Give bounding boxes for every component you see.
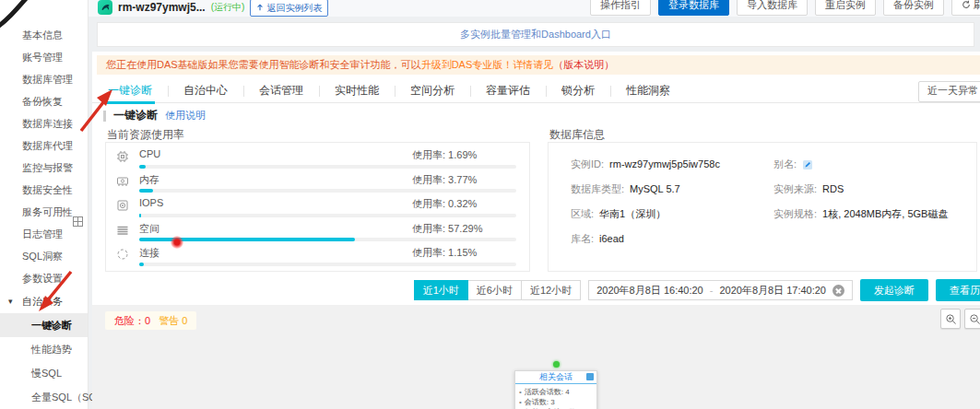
field-label: 数据库类型: <box>571 177 624 202</box>
sidebar-item-data-security[interactable]: 数据安全性 <box>0 179 88 201</box>
sidebar-item-one-click-diagnosis[interactable]: 一键诊断 <box>0 313 88 337</box>
diagnosis-result-panel: 危险：0 警告 0 相关会话 活跃会话数: 4 会话数: 3 每秒写入流量数: … <box>92 305 980 409</box>
tab-session-management[interactable]: 会话管理 <box>243 80 319 102</box>
range-1h-button[interactable]: 近1小时 <box>414 280 468 300</box>
end-time-value: 2020年8月8日 17:40:20 <box>719 284 826 298</box>
resource-label: 内存 <box>139 173 159 187</box>
zoom-out-button[interactable] <box>964 309 980 329</box>
tab-capacity-evaluation[interactable]: 容量评估 <box>470 80 546 102</box>
connections-progress-bar <box>139 263 516 266</box>
instance-status-running: (运行中) <box>211 1 245 14</box>
sidebar-item-parameter-settings[interactable]: 参数设置 <box>0 267 88 289</box>
instance-spec-field: 实例规格: 1核, 2048MB内存, 5GB磁盘 <box>773 202 976 227</box>
sidebar-item-database-management[interactable]: 数据库管理 <box>0 68 88 90</box>
db-name-value: i6ead <box>599 227 624 251</box>
memory-progress-bar <box>139 189 516 193</box>
range-12h-button[interactable]: 近12小时 <box>521 280 581 300</box>
sidebar-collapse-icon[interactable] <box>73 216 83 227</box>
multi-instance-dashboard-link[interactable]: 多实例批量管理和Dashboard入口 <box>460 28 611 41</box>
resource-row-cpu: CPU 使用率: 1.69% <box>115 146 520 171</box>
resource-row-memory: 内存 使用率: 3.77% <box>115 171 520 196</box>
tab-performance-insight[interactable]: 性能洞察 <box>610 80 686 102</box>
instance-id-value: rm-wz97ymwj5p5iw758c <box>609 152 720 177</box>
tab-autonomy-center[interactable]: 自治中心 <box>168 80 243 102</box>
sidebar-item-backup-restore[interactable]: 备份恢复 <box>0 90 88 112</box>
resource-usage-title: 当前资源使用率 <box>107 127 184 143</box>
iops-progress-fill <box>139 214 141 217</box>
view-history-button[interactable]: 查看历史 <box>936 279 980 301</box>
refresh-icon <box>962 0 971 9</box>
sidebar-group-autonomy-service[interactable]: ▾ 自治服务 <box>0 289 88 313</box>
warning-count: 警告 0 <box>159 315 187 326</box>
sidebar-item-database-connection[interactable]: 数据库连接 <box>0 112 88 134</box>
tooltip-item: 活跃会话数: 4 <box>519 387 593 397</box>
clear-date-icon[interactable] <box>832 285 844 297</box>
range-6h-button[interactable]: 近6小时 <box>467 280 522 300</box>
cpu-progress-bar <box>139 165 516 169</box>
start-diagnosis-button[interactable]: 发起诊断 <box>860 279 928 301</box>
version-notes-link[interactable]: （版本说明） <box>553 59 614 70</box>
section-header: 一键诊断 使用说明 <box>103 108 206 123</box>
magnifier-minus-icon <box>969 313 980 325</box>
tooltip-item: 会话数: 3 <box>519 397 593 407</box>
sidebar-item-database-proxy[interactable]: 数据库代理 <box>0 134 88 157</box>
connection-icon <box>115 247 130 265</box>
date-range-picker[interactable]: 2020年8月8日 16:40:20 - 2020年8月8日 17:40:20 <box>588 280 853 300</box>
database-info-card: 实例ID: rm-wz97ymwj5p5iw758c 别名: 数据库类型: My… <box>548 142 977 272</box>
resource-label: IOPS <box>139 197 163 208</box>
refresh-button[interactable]: 刷新 <box>951 0 980 16</box>
resource-row-connections: 连接 使用率: 1.15% <box>115 244 520 269</box>
danger-count: 危险：0 <box>114 315 150 326</box>
das-upgrade-notice: 您正在使用DAS基础版如果您需要使用智能诊断和安全审计功能，可以升级到DAS专业… <box>97 55 980 75</box>
sidebar-item-sql-insight[interactable]: SQL洞察 <box>0 245 88 267</box>
back-to-instance-list-button[interactable]: 返回实例列表 <box>250 0 328 17</box>
field-label: 实例规格: <box>773 202 817 227</box>
range-separator: - <box>710 285 714 296</box>
db-info-row: 数据库类型: MySQL 5.7 实例来源: RDS <box>571 177 976 202</box>
field-label: 别名: <box>773 152 797 177</box>
instance-source-field: 实例来源: RDS <box>773 177 976 202</box>
resource-usage-value: 使用率: 1.69% <box>412 148 477 162</box>
usage-doc-link[interactable]: 使用说明 <box>165 109 206 123</box>
diagnosis-tab-bar: 一键诊断 自治中心 会话管理 实时性能 空间分析 容量评估 锁分析 性能洞察 近… <box>92 80 980 103</box>
sidebar-item-full-sql[interactable]: 全量SQL（SQL统计） <box>0 385 88 409</box>
tab-one-click-diagnosis[interactable]: 一键诊断 <box>92 80 168 102</box>
tab-space-analysis[interactable]: 空间分析 <box>395 80 470 102</box>
recent-day-anomaly-button[interactable]: 近一天异常 <box>918 81 980 102</box>
tooltip-body: 活跃会话数: 4 会话数: 3 每秒写入流量数: 97KB <box>515 384 596 409</box>
caret-down-icon: ▾ <box>8 289 13 313</box>
restart-instance-button[interactable]: 重启实例 <box>815 0 876 16</box>
zoom-in-button[interactable] <box>940 309 961 329</box>
sidebar: 基本信息 账号管理 数据库管理 备份恢复 数据库连接 数据库代理 监控与报警 数… <box>0 0 89 409</box>
topology-instance-node[interactable] <box>553 361 560 368</box>
login-database-button[interactable]: 登录数据库 <box>658 0 729 16</box>
sidebar-item-slow-sql[interactable]: 慢SQL <box>0 361 88 385</box>
sidebar-item-performance-trends[interactable]: 性能趋势 <box>0 337 88 361</box>
instance-source-value: RDS <box>822 177 844 202</box>
open-detail-icon[interactable] <box>586 373 594 380</box>
start-time-value: 2020年8月8日 16:40:20 <box>596 284 703 298</box>
connections-progress-fill <box>139 263 144 266</box>
tab-lock-analysis[interactable]: 锁分析 <box>546 80 610 102</box>
time-controls: 近1小时 近6小时 近12小时 2020年8月8日 16:40:20 - 202… <box>415 279 980 301</box>
upgrade-das-pro-link[interactable]: 升级到DAS专业版！详情请见 <box>421 59 554 70</box>
sidebar-item-monitoring-alerts[interactable]: 监控与报警 <box>0 157 88 179</box>
backup-instance-button[interactable]: 备份实例 <box>883 0 944 16</box>
sidebar-item-basic-info[interactable]: 基本信息 <box>0 24 88 46</box>
sidebar-item-account-management[interactable]: 账号管理 <box>0 46 88 68</box>
edit-alias-icon[interactable] <box>802 159 813 170</box>
db-info-row: 实例ID: rm-wz97ymwj5p5iw758c 别名: <box>571 152 976 177</box>
tooltip-title: 相关会话 <box>539 372 573 381</box>
field-label: 实例来源: <box>773 177 817 202</box>
import-database-button[interactable]: 导入数据库 <box>737 0 808 16</box>
resource-usage-value: 使用率: 3.77% <box>412 173 477 187</box>
instance-name: rm-wz97ymwj5... <box>118 1 206 14</box>
mysql-dolphin-icon <box>98 0 112 15</box>
resource-label: CPU <box>139 148 160 159</box>
tab-realtime-performance[interactable]: 实时性能 <box>319 80 395 102</box>
resource-row-iops: IOPS 使用率: 0.32% <box>115 195 520 220</box>
resource-label: 连接 <box>139 246 159 260</box>
back-button-label: 返回实例列表 <box>266 1 322 15</box>
operation-guide-button[interactable]: 操作指引 <box>590 0 651 16</box>
resource-label: 空间 <box>139 222 159 236</box>
